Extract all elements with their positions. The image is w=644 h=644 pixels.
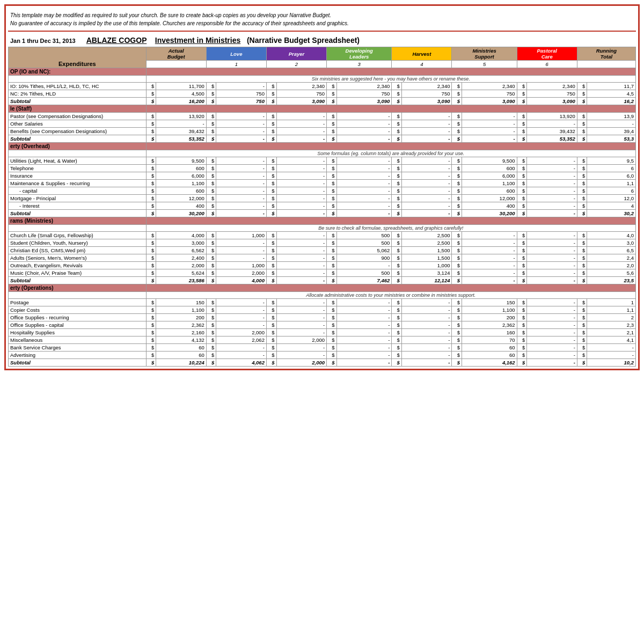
money-value: -	[401, 165, 452, 172]
money-dollar: $	[577, 83, 587, 90]
row-label: - capital	[9, 187, 147, 195]
money-dollar: $	[577, 306, 587, 314]
money-dollar: $	[517, 232, 527, 239]
money-dollar: $	[266, 344, 276, 352]
money-value: -	[401, 202, 452, 210]
money-dollar: $	[517, 269, 527, 277]
money-value: 1,500	[401, 247, 452, 254]
col-num-love: 1	[206, 61, 266, 68]
money-dollar: $	[577, 135, 587, 143]
money-value: -	[401, 157, 452, 165]
table-row: Copier Costs $1,100 $- $- $- $- $1,100 $…	[9, 306, 636, 314]
money-dollar: $	[206, 359, 216, 367]
money-value: -	[401, 321, 452, 329]
money-dollar: $	[266, 83, 276, 90]
money-dollar: $	[206, 336, 216, 344]
table-row: Mortgage - Principal $12,000 $- $- $- $-…	[9, 195, 636, 202]
money-dollar: $	[146, 329, 156, 336]
money-dollar: $	[146, 299, 156, 306]
money-dollar: $	[452, 165, 462, 172]
disclaimer-line1: This template may be modified as require…	[10, 11, 634, 19]
money-value: 1,500	[401, 254, 452, 262]
money-dollar: $	[452, 128, 462, 135]
money-value: -	[276, 306, 327, 314]
money-value: -	[276, 277, 327, 284]
money-dollar: $	[392, 232, 402, 239]
money-value: 400	[462, 202, 517, 210]
money-dollar: $	[517, 202, 527, 210]
money-value: -	[336, 336, 392, 344]
money-value: 6,562	[156, 247, 207, 254]
money-value: -	[401, 120, 452, 128]
money-value: -	[276, 195, 327, 202]
money-dollar: $	[327, 314, 337, 321]
money-dollar: $	[452, 247, 462, 254]
money-dollar: $	[266, 329, 276, 336]
money-dollar: $	[452, 262, 462, 269]
money-value: 3,090	[401, 98, 452, 105]
money-value: -	[276, 232, 327, 239]
money-dollar: $	[206, 83, 216, 90]
money-dollar: $	[146, 232, 156, 239]
col-num-ministries: 5	[452, 61, 517, 68]
section-note-text: Allocate administrative costs to your mi…	[146, 292, 635, 299]
money-dollar: $	[327, 135, 337, 143]
money-dollar: $	[327, 247, 337, 254]
subtotal-row-erty_overhead: Subtotal $30,200 $- $- $- $- $30,200 $- …	[9, 210, 636, 217]
money-value: -	[527, 165, 577, 172]
money-dollar: $	[206, 352, 216, 359]
money-dollar: $	[452, 120, 462, 128]
money-dollar: $	[452, 306, 462, 314]
money-value: 4,5	[587, 90, 636, 98]
section-note-text: Be sure to check all formulae, spreadshe…	[146, 225, 635, 232]
money-dollar: $	[327, 254, 337, 262]
money-dollar: $	[517, 120, 527, 128]
money-dollar: $	[266, 232, 276, 239]
money-dollar: $	[266, 210, 276, 217]
table-row: Telephone $600 $- $- $- $- $600 $- $6	[9, 165, 636, 172]
money-dollar: $	[452, 299, 462, 306]
money-dollar: $	[577, 336, 587, 344]
money-dollar: $	[266, 352, 276, 359]
money-value: -	[401, 336, 452, 344]
table-row: - Interest $400 $- $- $- $- $400 $- $4	[9, 202, 636, 210]
col-header-harvest: Harvest	[392, 47, 452, 61]
money-dollar: $	[327, 180, 337, 187]
col-header-developing: DevelopingLeaders	[327, 47, 392, 61]
money-value: -	[462, 120, 517, 128]
money-dollar: $	[452, 135, 462, 143]
money-value: 39,4	[587, 128, 636, 135]
money-dollar: $	[517, 239, 527, 247]
money-value: -	[527, 299, 577, 306]
money-dollar: $	[327, 239, 337, 247]
money-value: 23,586	[156, 277, 207, 284]
money-value: 2,000	[156, 262, 207, 269]
money-value: -	[276, 128, 327, 135]
money-value: -	[401, 352, 452, 359]
money-value: 3,090	[462, 98, 517, 105]
money-value: 4,062	[216, 359, 267, 367]
col-num-harvest: 4	[392, 61, 452, 68]
money-dollar: $	[146, 165, 156, 172]
money-value: -	[336, 202, 392, 210]
money-dollar: $	[146, 277, 156, 284]
title-row: Jan 1 thru Dec 31, 2013 ABLAZE COGOP Inv…	[8, 32, 636, 47]
money-value: 1,100	[462, 306, 517, 314]
money-dollar: $	[392, 172, 402, 180]
money-value: -	[462, 135, 517, 143]
money-value: 400	[156, 202, 207, 210]
money-value: -	[401, 180, 452, 187]
money-dollar: $	[452, 336, 462, 344]
money-value: 600	[156, 165, 207, 172]
money-value: -	[216, 113, 267, 120]
money-dollar: $	[392, 165, 402, 172]
table-row: - capital $600 $- $- $- $- $600 $- $6	[9, 187, 636, 195]
money-dollar: $	[452, 83, 462, 90]
money-dollar: $	[146, 83, 156, 90]
date-range: Jan 1 thru Dec 31, 2013	[10, 38, 76, 44]
money-value: -	[216, 239, 267, 247]
money-dollar: $	[206, 172, 216, 180]
money-value: -	[216, 187, 267, 195]
money-value: 3,090	[336, 98, 392, 105]
money-value: 12,124	[401, 277, 452, 284]
